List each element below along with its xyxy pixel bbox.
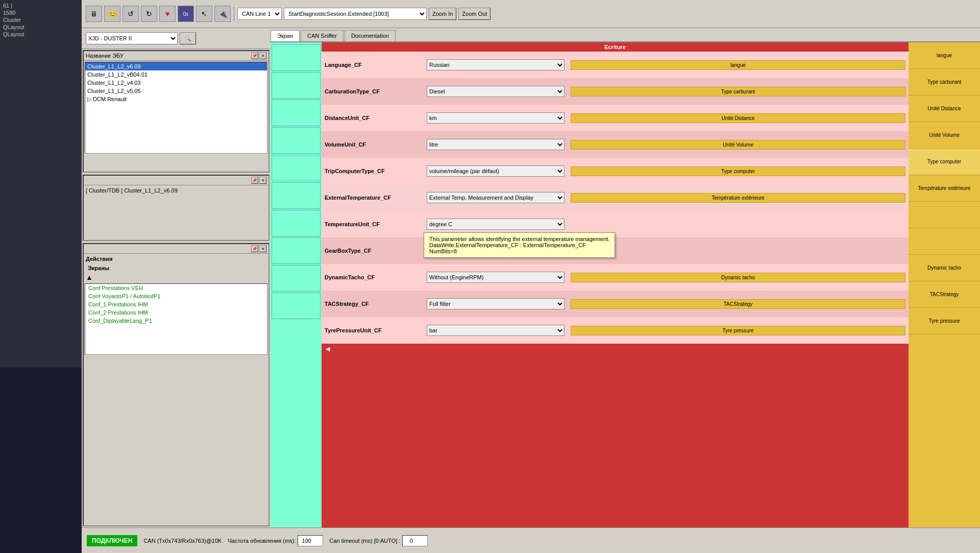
scroll-indicator: ◀ <box>322 344 909 354</box>
tooltip-box: This parameter allows identifying the ex… <box>424 232 615 258</box>
tooltip-line3: NumBits=8 <box>429 248 609 254</box>
xid-selector-area: XJD - DUSTER II 🔍 <box>82 28 271 49</box>
tab-can-sniffer[interactable]: CAN Sniffer <box>301 30 344 41</box>
param-name-tempunit: TemperatureUnit_CF <box>322 211 424 237</box>
param-value-distance[interactable]: km <box>424 105 568 131</box>
table-row-tacho: DynamicTacho_CF Without (EngineRPM) Dyna… <box>322 264 909 291</box>
param-label-tac: TACStrategy <box>568 291 909 317</box>
actions-pin-button[interactable]: 📌 <box>251 245 258 252</box>
yellow-cell-volume: Unité Volume <box>909 122 980 149</box>
screen-item-3[interactable]: Conf_2 Prestations IHM <box>85 308 267 317</box>
tac-select[interactable]: Full filter <box>427 298 565 309</box>
tyre-label: Tyre pressure <box>571 326 905 335</box>
screen-item-0[interactable]: Conf Prestations VEH <box>85 284 267 292</box>
tab-documentation[interactable]: Documentation <box>345 30 396 41</box>
connected-status: ПОДКЛЮЧЕН <box>87 535 137 546</box>
cluster-close-button[interactable]: ✕ <box>259 177 266 184</box>
param-label-volume: Unité Volume <box>568 131 909 158</box>
ebu-list[interactable]: Cluster_L1_L2_v6.09 Cluster_L1_L2_vB04.0… <box>85 62 267 154</box>
cyan-cell-8 <box>272 265 321 292</box>
table-row-tyre: TyrePressureUnit_CF bar Tyre pressure <box>322 317 909 344</box>
carburation-select[interactable]: Diesel <box>427 86 565 97</box>
ebu-close-button[interactable]: ✕ <box>259 52 266 59</box>
tacho-select[interactable]: Without (EngineRPM) <box>427 272 565 283</box>
param-label-distance: Unité Distance <box>568 105 909 131</box>
param-value-carburation[interactable]: Diesel <box>424 78 568 105</box>
screen-item-4[interactable]: Conf_DiplayableLang_P1 <box>85 317 267 325</box>
toolbar: 🖥 😊 ↺ ↻ ♥ 0x ↖ 🔌 CAN Line 1 StartDiagnos… <box>82 0 980 28</box>
cluster-panel: 📌 ✕ [ Cluster/TDB ] Cluster_L1_L2_v6.09 <box>83 175 270 241</box>
param-name-tripcomputer: TripComputerType_CF <box>322 158 424 184</box>
ebu-pin-button[interactable]: 📌 <box>251 52 258 59</box>
update-rate-input[interactable] <box>298 535 323 546</box>
toolbar-icon-monitor[interactable]: 🖥 <box>86 6 102 22</box>
cyan-cell-2 <box>272 100 321 126</box>
param-label-tripcomputer: Type computer <box>568 158 909 184</box>
ebu-item-1[interactable]: Cluster_L1_L2_vB04.01 <box>85 70 267 79</box>
ebu-panel: Название ЭБУ 📌 ✕ Cluster_L1_L2_v6.09 Clu… <box>83 50 270 173</box>
toolbar-icon-refresh[interactable]: ↺ <box>122 6 139 22</box>
line1: 61 | <box>2 2 80 9</box>
param-value-tyre[interactable]: bar <box>424 317 568 344</box>
cluster-label: [ Cluster/TDB ] Cluster_L1_L2_v6.09 <box>84 185 268 196</box>
param-value-tac[interactable]: Full filter <box>424 291 568 317</box>
screens-sort-up[interactable]: ▲ <box>86 273 93 281</box>
screen-item-1[interactable]: Conf VoyantsP1 / AutotestP1 <box>85 292 267 300</box>
param-label-tempunit <box>568 211 909 237</box>
param-name-distance: DistanceUnit_CF <box>322 105 424 131</box>
distance-select[interactable]: km <box>427 112 565 124</box>
toolbar-icon-hex[interactable]: 0x <box>178 6 194 22</box>
param-label-carburation: Type carburant <box>568 78 909 105</box>
ecriture-panel: Ecriture Language_CF Russian langue <box>322 42 909 527</box>
zoom-out-button[interactable]: Zoom Out <box>458 8 491 20</box>
param-value-language[interactable]: Russian <box>424 52 568 78</box>
toolbar-icon-heart[interactable]: ♥ <box>159 6 176 22</box>
can-timeout-label: Can timeout (ms) [0:AUTO] : <box>329 538 400 544</box>
toolbar-icon-refresh2[interactable]: ↻ <box>141 6 157 22</box>
param-name-exttemp: ExternalTemperature_CF <box>322 184 424 211</box>
line4: QLayout <box>2 23 80 31</box>
session-select[interactable]: StartDiagnosticSession.Extended [1003] <box>284 8 427 20</box>
screens-list[interactable]: Conf Prestations VEH Conf VoyantsP1 / Au… <box>85 283 267 355</box>
param-value-volume[interactable]: litre <box>424 131 568 158</box>
can-timeout-input[interactable] <box>402 535 428 546</box>
exttemp-select[interactable]: External Temp. Measurement and Display <box>427 192 565 203</box>
yellow-cell-exttemp: Température extérieure <box>909 175 980 202</box>
param-value-exttemp[interactable]: External Temp. Measurement and Display <box>424 184 568 211</box>
tyre-select[interactable]: bar <box>427 325 565 336</box>
xid-search-button[interactable]: 🔍 <box>180 32 196 44</box>
yellow-cell-carburant: Type carburant <box>909 69 980 95</box>
volume-select[interactable]: litre <box>427 139 565 150</box>
yellow-cell-gearbox <box>909 228 980 255</box>
tab-ekran[interactable]: Экран <box>271 30 300 41</box>
xid-select[interactable]: XJD - DUSTER II <box>86 32 178 44</box>
param-value-tripcomputer[interactable]: volume/mileage (par défaut) <box>424 158 568 184</box>
ebu-item-2[interactable]: Cluster_L1_L2_v4.03 <box>85 79 267 87</box>
toolbar-icon-cursor[interactable]: ↖ <box>196 6 212 22</box>
language-select[interactable]: Russian <box>427 59 565 70</box>
param-value-tacho[interactable]: Without (EngineRPM) <box>424 264 568 291</box>
cyan-cell-9 <box>272 293 321 319</box>
ebu-item-4[interactable]: ▷ DCM Renault <box>85 95 267 104</box>
can-timeout-field: Can timeout (ms) [0:AUTO] : <box>329 535 428 546</box>
param-label-exttemp: Température extérieure <box>568 184 909 211</box>
cyan-cell-6 <box>272 210 321 236</box>
cluster-pin-button[interactable]: 📌 <box>251 177 258 184</box>
zoom-in-button[interactable]: Zoom In <box>429 8 456 20</box>
cyan-cell-5 <box>272 182 321 209</box>
can-line-select[interactable]: CAN Line 1 <box>237 8 282 20</box>
scroll-left-arrow[interactable]: ◀ <box>326 346 330 352</box>
exttemp-label: Température extérieure <box>571 193 905 203</box>
toolbar-icon-face[interactable]: 😊 <box>104 6 120 22</box>
actions-close-button[interactable]: ✕ <box>259 245 266 252</box>
ebu-item-0[interactable]: Cluster_L1_L2_v6.09 <box>85 62 267 70</box>
tempunit-select[interactable]: degree C <box>427 219 565 230</box>
tripcomputer-select[interactable]: volume/mileage (par défaut) <box>427 165 565 177</box>
toolbar-icon-plug[interactable]: 🔌 <box>214 6 231 22</box>
table-row-carburation: CarburationType_CF Diesel Type carburant <box>322 78 909 105</box>
cyan-cell-7 <box>272 237 321 264</box>
screen-item-2[interactable]: Conf_1 Prestations IHM <box>85 300 267 308</box>
ebu-item-3[interactable]: Cluster_L1_L2_v5.05 <box>85 87 267 95</box>
ebu-title-bar: Название ЭБУ 📌 ✕ <box>84 51 268 61</box>
actions-panel: 📌 ✕ Действия Экраны ▲ Conf Prestations V… <box>83 243 270 526</box>
